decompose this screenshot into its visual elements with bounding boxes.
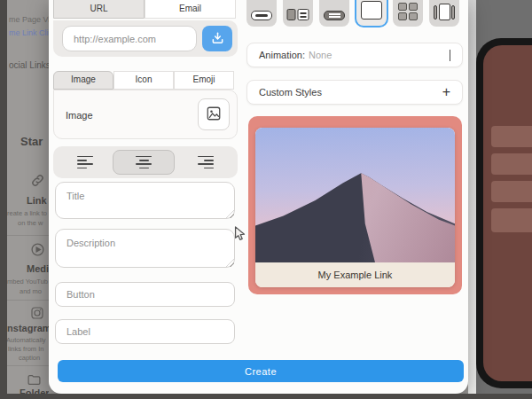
tab-image-label: Image	[71, 74, 96, 84]
phone-preview	[476, 38, 532, 388]
link-preview-card: My Example Link	[255, 128, 455, 287]
phone-screen	[483, 45, 532, 381]
image-icon	[206, 106, 222, 124]
tab-image[interactable]: Image	[53, 71, 113, 90]
create-link-modal: URL Email Image Icon Emoji Image	[49, 0, 468, 394]
layout-option-bar[interactable]	[246, 0, 277, 27]
media-play-icon	[30, 242, 45, 261]
sidebar-item-link-desc: reate a link to	[7, 209, 47, 217]
custom-styles-expander[interactable]: Custom Styles +	[246, 80, 463, 105]
align-center-icon	[136, 156, 152, 169]
url-input[interactable]	[62, 26, 197, 51]
layout-bar-icon	[251, 11, 272, 20]
sidebar-item-link-desc2: on the w	[18, 219, 43, 227]
tab-url[interactable]: URL	[53, 0, 145, 19]
instagram-icon	[30, 306, 44, 324]
align-left-button[interactable]	[57, 150, 113, 175]
layout-option-split[interactable]	[283, 0, 313, 27]
sidebar: me Page Vi me Link Cli ocial Links Star …	[7, 0, 49, 394]
stat-page-views: me Page Vi	[9, 15, 49, 24]
label-input[interactable]	[55, 319, 235, 344]
left-nav-strip	[0, 0, 7, 399]
align-center-button[interactable]	[113, 150, 175, 175]
layout-option-carousel[interactable]	[429, 0, 459, 27]
link-icon	[30, 173, 45, 192]
plus-icon: +	[442, 85, 450, 99]
sidebar-item-instagram-desc: Automatically	[7, 336, 46, 344]
button-text-input[interactable]	[55, 282, 235, 307]
section-social-links: ocial Links	[9, 60, 49, 70]
title-textarea[interactable]	[55, 182, 235, 219]
image-row-label: Image	[66, 110, 93, 121]
sidebar-item-link[interactable]: Link	[27, 195, 47, 206]
page-bottom-edge	[0, 394, 532, 399]
sidebar-item-instagram[interactable]: Instagram S	[7, 323, 49, 333]
tab-emoji-label: Emoji	[192, 74, 215, 84]
link-preview-panel: My Example Link	[248, 116, 462, 294]
sidebar-heading: Star	[20, 135, 43, 148]
download-icon	[211, 31, 224, 47]
preview-mountain-photo	[255, 128, 455, 262]
layout-option-solid-bar[interactable]	[319, 0, 349, 27]
screen: me Page Vi me Link Cli ocial Links Star …	[0, 0, 532, 399]
custom-styles-label: Custom Styles	[259, 87, 322, 98]
animation-dropdown[interactable]: Animation: None	[246, 43, 463, 67]
layout-split-icon	[287, 9, 309, 20]
chevron-down-icon	[450, 50, 450, 60]
tab-email-label: Email	[179, 4, 201, 13]
create-button[interactable]: Create	[58, 360, 464, 382]
phone-link-row	[491, 153, 532, 175]
page-edge	[468, 0, 476, 399]
animation-label: Animation:	[259, 50, 305, 60]
description-textarea[interactable]	[55, 229, 235, 268]
layout-card-icon	[361, 1, 382, 20]
tab-icon[interactable]: Icon	[113, 71, 174, 90]
align-right-icon	[198, 156, 214, 169]
sidebar-item-media-desc2: and mo	[20, 287, 42, 295]
tab-emoji[interactable]: Emoji	[174, 71, 234, 90]
preview-card-title: My Example Link	[255, 262, 455, 287]
choose-image-button[interactable]	[198, 98, 230, 130]
stat-link-clicks-link[interactable]: me Link Cli	[9, 28, 49, 37]
layout-option-grid[interactable]	[393, 0, 423, 27]
sidebar-item-media-desc: mbed YouTub	[7, 278, 48, 286]
tab-icon-label: Icon	[136, 74, 153, 84]
layout-option-card-selected[interactable]	[355, 0, 388, 27]
layout-carousel-icon	[434, 4, 455, 20]
phone-link-row	[491, 126, 532, 147]
tab-url-label: URL	[90, 4, 107, 13]
align-right-button[interactable]	[177, 150, 234, 175]
phone-link-row	[491, 208, 532, 232]
sidebar-item-media[interactable]: Medi	[27, 263, 49, 274]
sidebar-item-folder[interactable]: Folder	[20, 387, 49, 394]
sidebar-item-instagram-desc3: caption	[19, 354, 40, 362]
tab-email[interactable]: Email	[145, 0, 236, 19]
phone-link-row	[491, 181, 532, 202]
fetch-url-button[interactable]	[202, 26, 232, 51]
layout-solid-bar-icon	[324, 11, 345, 20]
align-left-icon	[77, 156, 93, 169]
sidebar-item-instagram-desc2: links from In	[8, 345, 43, 353]
animation-value: None	[309, 50, 332, 60]
layout-grid-icon	[398, 3, 418, 20]
